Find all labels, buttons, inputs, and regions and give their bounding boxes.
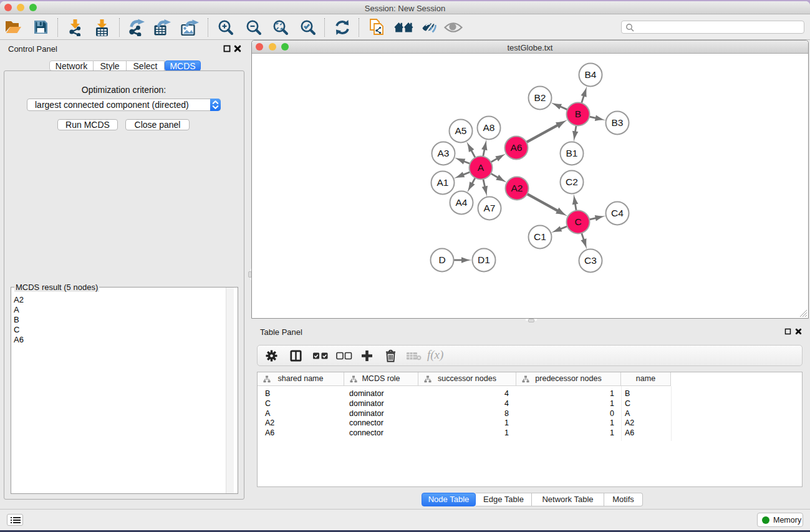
svg-text:A5: A5 — [455, 125, 467, 136]
svg-text:A2: A2 — [511, 183, 523, 193]
svg-text:A4: A4 — [456, 197, 468, 208]
svg-text:A8: A8 — [483, 122, 495, 133]
svg-text:A6: A6 — [511, 142, 523, 153]
svg-text:D1: D1 — [478, 254, 490, 265]
svg-text:B: B — [575, 109, 581, 119]
svg-text:A7: A7 — [484, 203, 496, 213]
svg-text:A1: A1 — [437, 177, 449, 188]
svg-text:C: C — [574, 216, 581, 227]
svg-text:B2: B2 — [534, 92, 546, 103]
svg-text:B3: B3 — [612, 117, 624, 128]
svg-text:C2: C2 — [566, 177, 578, 187]
svg-text:C3: C3 — [584, 255, 597, 266]
svg-text:C1: C1 — [534, 231, 546, 242]
svg-text:A: A — [478, 162, 485, 173]
svg-text:B4: B4 — [585, 69, 597, 80]
svg-text:A3: A3 — [438, 148, 450, 158]
svg-text:B1: B1 — [566, 148, 578, 158]
svg-text:C4: C4 — [611, 208, 624, 218]
svg-text:D: D — [438, 254, 445, 265]
